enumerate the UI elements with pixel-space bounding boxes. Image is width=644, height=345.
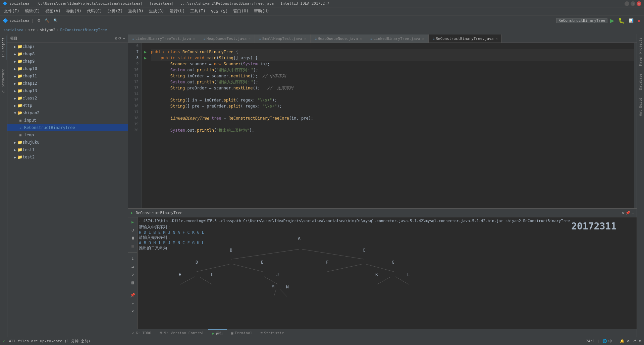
- code-editor[interactable]: 6 7 8 9 10 11 12 13 14 15 16 17 18 19 20: [128, 43, 637, 208]
- menu-code[interactable]: 代码(C): [84, 8, 105, 15]
- project-sidebar: 项目 ⚙ ⟳ − ▶ 📁 chap7 ▶ 📁 chap8 ▶: [7, 34, 128, 337]
- tree-item-reconstruct[interactable]: ☕ ReConstructBinaryTree: [7, 124, 128, 131]
- maximize-button[interactable]: □: [631, 1, 635, 6]
- run-pause-btn[interactable]: ⏸: [129, 235, 136, 242]
- code-line-14: [151, 91, 634, 97]
- run-pin-icon[interactable]: 📌: [626, 211, 630, 215]
- run-button[interactable]: ▶: [609, 17, 615, 24]
- menu-analyze[interactable]: 分析(Z): [105, 8, 125, 15]
- menu-tools[interactable]: 工具(T): [187, 8, 208, 15]
- toolbar-settings-btn[interactable]: ⚙: [36, 18, 42, 23]
- status-notifications[interactable]: 🔔: [620, 339, 625, 343]
- bottom-tab-run[interactable]: ▶ 运行: [208, 329, 227, 337]
- run-expand-btn[interactable]: ↗: [129, 300, 136, 306]
- toolbar-build-btn[interactable]: 🔨: [43, 18, 51, 23]
- tree-item-temp[interactable]: ■ temp: [7, 131, 128, 139]
- menu-refactor[interactable]: 重构(R): [125, 8, 146, 15]
- tab-close-5[interactable]: ✕: [422, 37, 424, 41]
- run-clear-btn[interactable]: 🗑: [129, 279, 136, 286]
- app-icon: 🔷: [3, 1, 7, 6]
- status-terminal2[interactable]: ⊞: [639, 339, 641, 343]
- menu-vcs[interactable]: VCS (S): [208, 8, 231, 14]
- tab-close-1[interactable]: ✕: [193, 37, 195, 41]
- run-more-btn[interactable]: ✕: [129, 308, 136, 315]
- tree-item-chap10[interactable]: ▶ 📁 chap10: [7, 65, 128, 72]
- sidebar-collapse-icon[interactable]: −: [123, 36, 125, 41]
- breadcrumb-shiyan2[interactable]: shiyan2: [40, 28, 55, 32]
- toolbar-search-btn[interactable]: 🔍: [52, 18, 59, 23]
- tree-item-chap9[interactable]: ▶ 📁 chap9: [7, 58, 128, 65]
- run-minimize-icon[interactable]: —: [632, 211, 634, 215]
- editor-scrollbar[interactable]: [634, 43, 637, 208]
- tree-item-chap11[interactable]: ▶ 📁 chap11: [7, 72, 128, 80]
- tab-close-2[interactable]: ✕: [249, 37, 251, 41]
- tree-item-chap7[interactable]: ▶ 📁 chap7: [7, 43, 128, 50]
- status-encoding[interactable]: 🌐 中: [602, 339, 612, 344]
- run-stop-btn[interactable]: ■: [129, 243, 136, 250]
- run-play-btn[interactable]: ▶: [129, 219, 136, 225]
- menu-window[interactable]: 窗口(O): [230, 8, 251, 15]
- tab-linkedbinarytest[interactable]: ☕ LinkedBinaryTreeTest.java ✕: [128, 34, 199, 43]
- tab-reconstruct[interactable]: ☕ ReConstructBinaryTree.java ✕: [429, 34, 502, 43]
- left-tab-structure[interactable]: 2: Structure: [1, 67, 6, 95]
- run-wrap-btn[interactable]: ↵: [129, 263, 136, 270]
- run-rerun-btn[interactable]: ↺: [129, 227, 136, 233]
- debug-button[interactable]: 🐛: [617, 17, 626, 24]
- bottom-tab-vcs[interactable]: ⑨ 9: Version Control: [155, 329, 208, 337]
- tree-item-shiyan2[interactable]: ▼ 📂 shiyan2: [7, 109, 128, 117]
- menu-run[interactable]: 运行(U): [167, 8, 188, 15]
- minimize-button[interactable]: —: [625, 1, 629, 6]
- right-tab-ant[interactable]: Ant Build: [638, 96, 643, 118]
- right-tab-database[interactable]: Database: [638, 72, 643, 92]
- bottom-tab-terminal[interactable]: ▣ Terminal: [227, 329, 257, 337]
- tree-item-shujuku[interactable]: ▶ 📁 shujuku: [7, 139, 128, 146]
- tree-item-class2[interactable]: ▶ 📁 class2: [7, 94, 128, 102]
- run-pin2-btn[interactable]: 📌: [129, 292, 136, 298]
- tab-heapqueuetest[interactable]: ☕ HeapQueueTest.java ✕: [199, 34, 255, 43]
- status-position[interactable]: 24:1: [586, 339, 595, 343]
- coverage-button[interactable]: 📊: [628, 18, 635, 23]
- breadcrumb-file[interactable]: ReConstructBinaryTree: [60, 28, 107, 32]
- run-filter-btn[interactable]: ▽: [129, 271, 136, 278]
- tab-label-4: HeapQueueNode.java: [318, 37, 358, 41]
- bottom-tab-statistic[interactable]: ≡ Statistic: [256, 329, 288, 337]
- menu-help[interactable]: 帮助(H): [251, 8, 272, 15]
- right-tab-maven[interactable]: Maven Projects: [638, 36, 643, 68]
- tree-item-test1[interactable]: ▶ 📁 test1: [7, 146, 128, 153]
- code-lines[interactable]: public class ReConstructBinaryTree { pub…: [148, 43, 634, 208]
- stop-button[interactable]: ■: [636, 18, 641, 23]
- menu-build-gen[interactable]: 生成(B): [146, 8, 167, 15]
- breadcrumb-src[interactable]: src: [28, 28, 35, 32]
- tree-item-input[interactable]: ■ input: [7, 117, 128, 124]
- menu-edit[interactable]: 编辑(E): [22, 8, 43, 15]
- tab-close-6[interactable]: ✕: [495, 37, 497, 41]
- menu-view[interactable]: 视图(V): [43, 8, 63, 15]
- sidebar-settings-icon[interactable]: ⚙: [115, 36, 117, 41]
- menu-file[interactable]: 文件(F): [1, 8, 22, 15]
- status-vcs[interactable]: ⎇: [632, 339, 636, 343]
- line-num-10: 10: [128, 67, 141, 73]
- status-settings[interactable]: ⚙: [627, 339, 630, 343]
- menu-navigate[interactable]: 导航(N): [63, 8, 84, 15]
- bottom-tab-todo[interactable]: ✓ 6: TODO: [128, 329, 155, 337]
- tree-item-http[interactable]: ▶ 📁 Http: [7, 102, 128, 109]
- tree-label-chap13: chap13: [22, 88, 37, 93]
- sidebar-sync-icon[interactable]: ⟳: [118, 36, 121, 41]
- tab-close-3[interactable]: ✕: [304, 37, 306, 41]
- close-button[interactable]: ✕: [637, 1, 641, 6]
- code-line-9: Scanner scanner = new Scanner(System.in)…: [151, 61, 634, 67]
- run-settings-icon[interactable]: ⚙: [622, 211, 625, 215]
- tab-linkedbinary[interactable]: ☕ LinkedBinaryTree.java ✕: [366, 34, 429, 43]
- left-tab-project[interactable]: 1: Project: [1, 36, 6, 60]
- tree-item-chap8[interactable]: ▶ 📁 chap8: [7, 50, 128, 58]
- tree-item-chap12[interactable]: ▶ 📁 chap12: [7, 80, 128, 87]
- run-config-selector[interactable]: ReConstructBinaryTree: [556, 18, 607, 23]
- tree-item-test2[interactable]: ▶ 📁 test2: [7, 153, 128, 161]
- tree-item-chap13[interactable]: ▶ 📁 chap13: [7, 87, 128, 94]
- tab-heapqueuenode[interactable]: ☕ HeapQueueNode.java ✕: [311, 34, 366, 43]
- run-content[interactable]: . 4574.19\bin -Dfile.encoding=UTF-8 -cla…: [138, 217, 637, 329]
- tab-close-4[interactable]: ✕: [360, 37, 362, 41]
- breadcrumb-project[interactable]: socialsea: [3, 28, 23, 32]
- run-scroll-end-btn[interactable]: ⤓: [129, 255, 136, 262]
- tab-smallheap[interactable]: ☕ SmallHeapTest.java ✕: [255, 34, 311, 43]
